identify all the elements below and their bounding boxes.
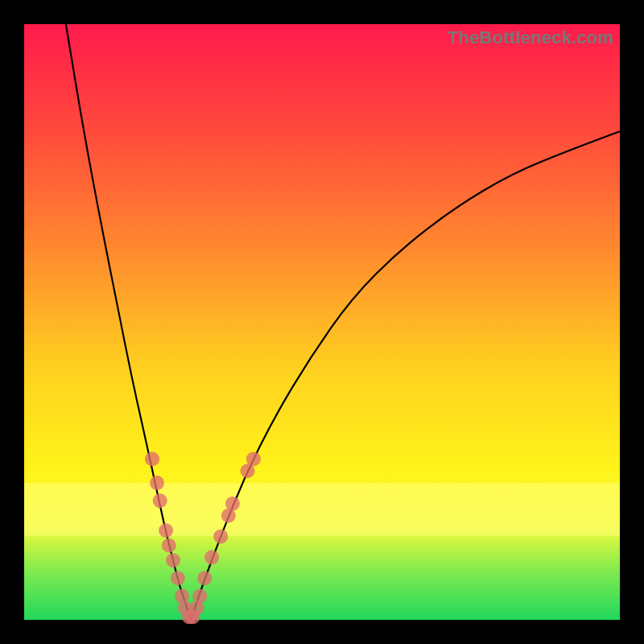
chart-svg [24,24,620,620]
marker-group [145,452,261,624]
data-marker [166,553,180,568]
data-marker [171,571,185,585]
data-marker [145,452,159,466]
curve-right [191,131,620,620]
data-marker [204,550,219,564]
data-marker [192,588,207,603]
chart-frame: TheBottleneck.com [0,0,644,644]
data-marker [153,493,167,508]
data-marker [197,571,212,585]
data-marker [213,529,228,543]
data-marker [159,523,173,538]
data-marker [246,452,261,466]
data-marker [150,476,164,490]
data-marker [225,497,240,511]
data-marker [162,539,176,553]
plot-area: TheBottleneck.com [24,24,620,620]
